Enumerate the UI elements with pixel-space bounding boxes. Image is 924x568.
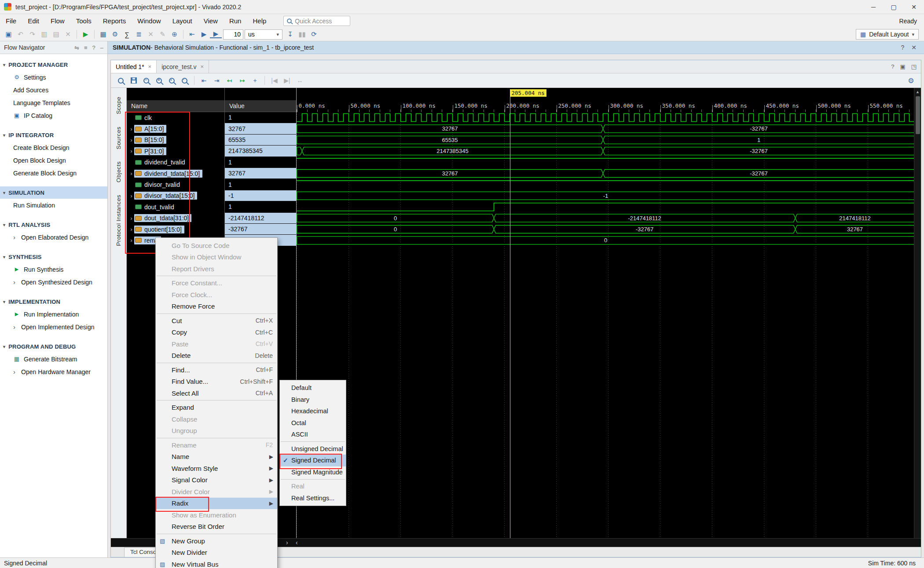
maximize-icon[interactable]: ▢ xyxy=(884,0,904,14)
vertical-scroll-thumb[interactable] xyxy=(916,96,920,134)
side-tab-protocol-instances[interactable]: Protocol Instances xyxy=(115,195,122,246)
menu-item-paste[interactable]: Paste Ctrl+V xyxy=(156,338,277,350)
vertical-scrollbar[interactable]: ▲ xyxy=(914,88,921,538)
collapse-icon[interactable]: – xyxy=(100,44,103,51)
sum-icon[interactable]: ∑ xyxy=(121,29,133,40)
menu-item-show-in-object-window[interactable]: Show in Object Window xyxy=(156,251,277,263)
menu-item-ungroup[interactable]: Ungroup xyxy=(156,425,277,437)
menu-item-unsigned-decimal[interactable]: Unsigned Decimal xyxy=(280,443,346,455)
cursor-line[interactable] xyxy=(510,96,510,538)
zoom-to-cursor-icon[interactable]: · xyxy=(179,75,191,86)
side-tab-sources[interactable]: Sources xyxy=(115,127,122,149)
tab-untitled-1[interactable]: Untitled 1* × xyxy=(111,60,157,73)
float-window-icon[interactable]: ▣ xyxy=(900,63,905,70)
flownav-item-run-implementation[interactable]: ▶ Run Implementation xyxy=(0,308,107,320)
menu-tools[interactable]: Tools xyxy=(70,17,97,25)
menu-item-remove-force[interactable]: Remove Force xyxy=(156,301,277,313)
menu-item-divider-color[interactable]: Divider Color ▶ xyxy=(156,486,277,498)
menu-view[interactable]: View xyxy=(198,17,224,25)
signal-row-b-15-0[interactable]: › B[15:0] xyxy=(127,135,224,146)
run-for-icon[interactable]: ▶ xyxy=(210,30,222,38)
menu-item-rename[interactable]: Rename F2 xyxy=(156,439,277,451)
flownav-item-add-sources[interactable]: Add Sources xyxy=(0,84,107,96)
flownav-item-run-simulation[interactable]: Run Simulation xyxy=(0,199,107,211)
menu-item-go-to-source-code[interactable]: Go To Source Code xyxy=(156,240,277,251)
flownav-item-language-templates[interactable]: Language Templates xyxy=(0,96,107,109)
quick-access-search[interactable]: Quick Access xyxy=(283,16,350,26)
expand-icon[interactable]: › xyxy=(128,237,134,244)
maximize-panel-icon[interactable]: ◳ xyxy=(911,63,917,70)
side-tab-scope[interactable]: Scope xyxy=(115,97,122,114)
run-icon[interactable]: ▶ xyxy=(80,29,92,40)
probe-icon[interactable]: ⊕ xyxy=(169,29,180,40)
menu-item-default[interactable]: Default xyxy=(280,382,346,394)
flownav-item-open-elaborated-design[interactable]: › Open Elaborated Design xyxy=(0,231,107,244)
restart-sim-icon[interactable]: ⇤ xyxy=(186,29,198,40)
flownav-item-settings[interactable]: ⚙ Settings xyxy=(0,71,107,84)
zoom-in-icon[interactable]: + xyxy=(153,75,165,86)
flownav-item-ip-catalog[interactable]: ▣ IP Catalog xyxy=(0,109,107,122)
signal-row-dividend-tdata-15-0[interactable]: › dividend_tdata[15:0] xyxy=(127,168,224,179)
signal-row-p-31-0[interactable]: › P[31:0] xyxy=(127,146,224,157)
menu-edit[interactable]: Edit xyxy=(22,17,45,25)
expand-icon[interactable]: › xyxy=(128,226,134,233)
menu-item-real[interactable]: Real xyxy=(280,481,346,492)
menu-item-hexadecimal[interactable]: Hexadecimal xyxy=(280,405,346,417)
goto-time-start-icon[interactable]: ⇤ xyxy=(198,75,210,86)
tab-ipcore-test-v[interactable]: ipcore_test.v × xyxy=(157,60,209,73)
next-marker-icon[interactable]: ▶| xyxy=(281,75,293,86)
sim-time-input[interactable] xyxy=(223,29,243,40)
layout-select[interactable]: ▦Default Layout▾ xyxy=(856,29,919,40)
flownav-header-rtl-analysis[interactable]: ▾ RTL ANALYSIS xyxy=(0,218,107,231)
menu-item-new-virtual-bus[interactable]: ▨ New Virtual Bus xyxy=(156,558,277,568)
flownav-item-generate-block-design[interactable]: Generate Block Design xyxy=(0,167,107,179)
delete-icon[interactable]: ✕ xyxy=(62,29,74,40)
menu-item-waveform-style[interactable]: Waveform Style ▶ xyxy=(156,462,277,474)
signal-row-quotient-15-0[interactable]: › quotient[15:0] xyxy=(127,224,224,235)
signal-row-clk[interactable]: clk xyxy=(127,112,224,123)
flownav-header-program-and-debug[interactable]: ▾ PROGRAM AND DEBUG xyxy=(0,340,107,353)
previous-marker-icon[interactable]: |◀ xyxy=(268,75,280,86)
menu-item-cut[interactable]: Cut Ctrl+X xyxy=(156,315,277,327)
flownav-header-project-manager[interactable]: ▾ PROJECT MANAGER xyxy=(0,58,107,71)
search-icon[interactable] xyxy=(115,75,127,86)
close-icon[interactable]: ✕ xyxy=(911,44,917,51)
expand-icon[interactable]: › xyxy=(128,215,134,222)
help-icon[interactable]: ? xyxy=(92,44,95,51)
menu-item-reverse-bit-order[interactable]: Reverse Bit Order xyxy=(156,521,277,533)
dashboard-icon[interactable]: ▦ xyxy=(97,29,109,40)
menu-item-copy[interactable]: Copy Ctrl+C xyxy=(156,327,277,339)
cancel-icon[interactable]: ✕ xyxy=(145,29,157,40)
flownav-item-run-synthesis[interactable]: ▶ Run Synthesis xyxy=(0,263,107,276)
previous-transition-icon[interactable]: ↤ xyxy=(224,75,235,86)
menu-item-signal-color[interactable]: Signal Color ▶ xyxy=(156,474,277,486)
help-icon[interactable]: ? xyxy=(901,44,904,51)
relaunch-icon[interactable]: ⟳ xyxy=(308,29,320,40)
menu-item-expand[interactable]: Expand xyxy=(156,402,277,414)
menu-item-delete[interactable]: Delete Delete xyxy=(156,350,277,362)
flownav-header-simulation[interactable]: ▾ SIMULATION xyxy=(0,186,107,199)
menu-item-force-clock[interactable]: Force Clock... xyxy=(156,289,277,301)
signal-row-dout-tdata-31-0[interactable]: › dout_tdata[31:0] xyxy=(127,213,224,224)
flownav-item-open-hardware-manager[interactable]: › Open Hardware Manager xyxy=(0,365,107,378)
paste-icon[interactable]: ▤ xyxy=(50,29,62,40)
copy-icon[interactable]: ▥ xyxy=(38,29,50,40)
signal-row-dividend-tvalid[interactable]: dividend_tvalid xyxy=(127,157,224,168)
flownav-item-generate-bitstream[interactable]: ▦ Generate Bitstream xyxy=(0,353,107,365)
menu-item-signed-magnitude[interactable]: Signed Magnitude xyxy=(280,466,346,478)
menu-layout[interactable]: Layout xyxy=(167,17,198,25)
side-tab-objects[interactable]: Objects xyxy=(115,161,122,182)
report-icon[interactable]: ≣ xyxy=(133,29,145,40)
signal-row-dout-tvalid[interactable]: dout_tvalid xyxy=(127,201,224,212)
panel-menu-icon[interactable]: ≡ xyxy=(84,44,88,51)
goto-time-end-icon[interactable]: ⇥ xyxy=(211,75,223,86)
waveform-canvas[interactable]: 205.004 ns 0.000 ns50.000 ns100.000 ns15… xyxy=(296,88,914,538)
expand-icon[interactable]: › xyxy=(128,170,134,177)
close-icon[interactable]: ✕ xyxy=(904,0,924,14)
menu-item-find[interactable]: Find... Ctrl+F xyxy=(156,364,277,376)
menu-item-binary[interactable]: Binary xyxy=(280,394,346,406)
menu-item-show-as-enumeration[interactable]: Show as Enumeration xyxy=(156,509,277,521)
edit-icon[interactable]: ✎ xyxy=(157,29,169,40)
zoom-fit-icon[interactable]: ▪ xyxy=(166,75,178,86)
break-icon[interactable]: ▮▮ xyxy=(296,29,308,40)
